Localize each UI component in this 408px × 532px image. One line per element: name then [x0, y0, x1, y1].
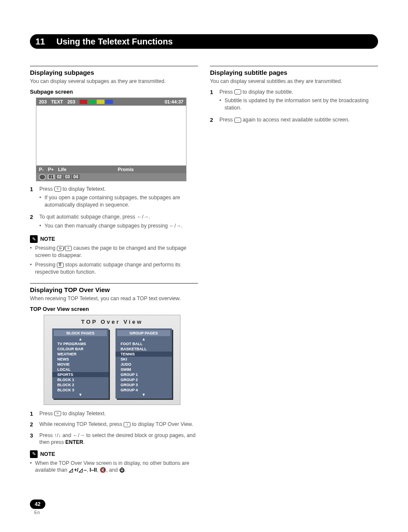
ttx-text-label: TEXT: [51, 99, 63, 104]
page-footer: 42 En: [30, 499, 45, 515]
ttx-p-plus: P+: [48, 167, 54, 172]
top-lead: When receiving TOP Teletext, you can rea…: [30, 295, 198, 302]
section-heading-subpages: Displaying subpages: [30, 69, 198, 76]
pencil-icon: ✎: [30, 235, 38, 243]
left-column: Displaying subpages You can display seve…: [30, 66, 198, 476]
step1-sub: If you open a page containing subpages, …: [39, 194, 198, 208]
page-language: En: [34, 510, 45, 515]
left-arrow-icon: ←: [137, 214, 142, 220]
chapter-title: Using the Teletext Functions: [56, 37, 173, 47]
step-number: 2: [30, 213, 35, 231]
step2-sub: You can then manually change subpages by…: [39, 222, 198, 229]
right-column: Displaying subtitle pages You can displa…: [210, 66, 378, 476]
subtitle-icon: …: [234, 89, 241, 95]
ttx-rotate-icon: [39, 174, 46, 180]
volume-minus-icon: ◿ –: [79, 467, 87, 473]
top-overview-screenshot: TOP Over View BLOCK PAGES ▲ TV PROGRAMS …: [44, 315, 180, 405]
group-pages-col: GROUP PAGES ▲ FOOT BALL BASKETBALL TENNI…: [115, 328, 172, 399]
subpage-icon: ⧉: [57, 246, 64, 251]
ttx-clock: 01:44:37: [165, 99, 183, 104]
ttx-p-minus: P-: [39, 167, 44, 172]
chapter-number-badge: 11: [30, 34, 50, 49]
ttx-promis: Promis: [118, 167, 133, 172]
ttx-page-left: 203: [39, 99, 47, 104]
subpages-notes: Pressing ⧉/≡ causes the page to be chang…: [30, 245, 198, 275]
subpages-steps: 1 Press ≡ to display Teletext. If you op…: [30, 186, 198, 231]
teletext-subpage-screenshot: 203 TEXT 203 01:44:37 P- P+ Life Promis …: [36, 98, 186, 181]
chapter-header: 11 Using the Teletext Functions: [30, 34, 378, 49]
note-header: ✎ NOTE: [30, 235, 198, 243]
ttx-subpage-numbers: 01 02 03 04: [47, 174, 80, 179]
pencil-icon: ✎: [30, 450, 38, 458]
top-screen-label: TOP Over View screen: [30, 306, 198, 312]
section-heading-topoverview: Displaying TOP Over View: [30, 286, 198, 293]
step-number: 1: [30, 186, 35, 210]
note-header-top: ✎ NOTE: [30, 450, 198, 458]
note-label: NOTE: [40, 236, 55, 242]
top-steps: 1Press ≡ to display Teletext. 2While rec…: [30, 410, 198, 446]
tov-title: TOP Over View: [47, 319, 177, 325]
ttx-life: Life: [58, 167, 67, 172]
subtitle-lead: You can display several subtitles as the…: [210, 78, 378, 85]
subtitle-step1-sub: Subtitle is updated by the information s…: [219, 97, 378, 111]
teletext-icon: ≡: [65, 246, 72, 251]
top-notes: When the TOP Over View screen is in disp…: [30, 460, 198, 474]
enter-label: ENTER: [65, 439, 83, 445]
ttx-page-mid: 203: [67, 99, 75, 104]
block-pages-col: BLOCK PAGES ▲ TV PROGRAMS COLOUR BAR WEA…: [52, 328, 109, 399]
mute-icon: 🔇: [100, 467, 106, 473]
subpages-lead: You can display several subpages as they…: [30, 78, 198, 85]
subpage-screen-label: Subpage screen: [30, 89, 198, 95]
ttx-color-bars: [80, 100, 113, 104]
audio-mode-icon: I–II: [89, 467, 97, 473]
teletext-icon: ≡: [54, 186, 61, 192]
subtitle-icon: …: [234, 118, 241, 123]
volume-plus-icon: ◿ +/: [69, 467, 79, 473]
right-arrow-icon: →: [143, 214, 148, 220]
subtitle-steps: 1 Press … to display the subtitle. Subti…: [210, 89, 378, 124]
page-number-badge: 42: [30, 499, 45, 509]
info-icon: i: [124, 422, 130, 427]
teletext-icon: ≡: [54, 411, 61, 416]
power-icon: ⏻: [119, 467, 124, 473]
chapter-title-bar: Using the Teletext Functions: [50, 34, 378, 49]
section-heading-subtitle: Displaying subtitle pages: [210, 69, 378, 76]
hold-icon: ≣: [57, 263, 64, 268]
